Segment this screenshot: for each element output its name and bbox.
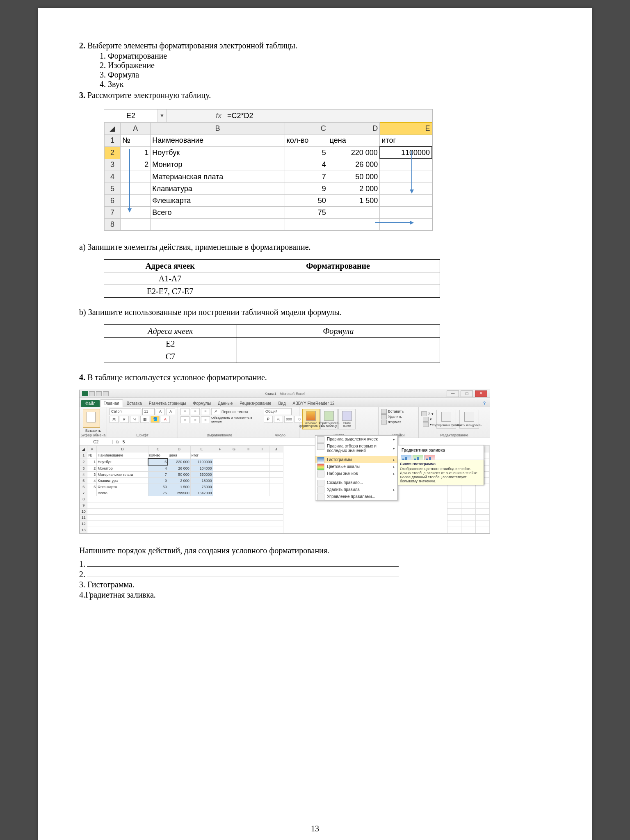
c2-C3: 4	[148, 465, 168, 472]
font-color-button[interactable]: A	[161, 416, 170, 423]
q2-option-1: Форматирование	[108, 51, 551, 61]
top-bottom-rules-icon	[317, 443, 324, 450]
delete-icon	[381, 414, 387, 419]
fill-color-button[interactable]: 🪣	[151, 416, 160, 423]
tab-insert[interactable]: Вставка	[123, 400, 145, 407]
cell-C5: 9	[285, 183, 328, 195]
wrap-text-button[interactable]: Перенос текста	[221, 410, 248, 414]
tab-data[interactable]: Данные	[215, 400, 236, 407]
decrease-font-icon[interactable]: A	[166, 408, 175, 415]
blank-line-2	[87, 577, 399, 577]
cell-C2: 5	[285, 146, 328, 159]
underline-button[interactable]: Ч	[130, 416, 139, 423]
align-center-icon[interactable]: ≡	[191, 416, 200, 423]
clear-button[interactable]: ▾	[423, 422, 432, 427]
insert-icon	[381, 409, 387, 414]
menu-clear-rules[interactable]: Удалить правила ▸	[315, 486, 397, 493]
font-name-select[interactable]: Calibri	[110, 408, 141, 415]
format-as-table-button[interactable]: Форматировать как таблицу	[320, 409, 338, 429]
autosum-button[interactable]: Σ ▾	[421, 411, 434, 416]
cell-C4: 7	[285, 171, 328, 183]
align-top-icon[interactable]: ≡	[180, 408, 189, 415]
row-header-4: 4	[105, 171, 121, 183]
menu-top-bottom-rules[interactable]: Правила отбора первых и последних значен…	[315, 443, 397, 454]
menu-data-bars[interactable]: Гистограммы ▸	[315, 456, 397, 463]
cell-A3: 2	[121, 159, 151, 171]
conditional-formatting-button[interactable]: Условное форматирование	[302, 409, 320, 429]
cell-D6: 1 500	[328, 195, 380, 207]
orientation-icon[interactable]: ↗	[211, 408, 220, 415]
cell-B8	[151, 219, 285, 231]
name-box-2: C2	[80, 440, 113, 444]
menu-separator	[315, 455, 397, 455]
col-header-D: D	[328, 123, 380, 135]
tab-file[interactable]: Файл	[81, 400, 100, 407]
insert-cells-button[interactable]: Вставить	[381, 409, 416, 414]
c2-E6: 75000	[190, 484, 213, 490]
rh-1: 1	[80, 452, 87, 459]
maximize-button[interactable]: ▢	[461, 390, 473, 397]
tab-review[interactable]: Рецензирование	[236, 400, 274, 407]
row-header-3: 3	[105, 159, 121, 171]
close-button[interactable]: ✕	[475, 390, 487, 397]
sort-filter-button[interactable]: Сортировка и фильтр	[436, 410, 456, 429]
c2-B7: Всего	[97, 490, 148, 496]
italic-button[interactable]: К	[120, 416, 129, 423]
font-size-select[interactable]: 11	[142, 408, 155, 415]
cell-styles-icon	[342, 411, 352, 421]
border-button[interactable]: ▦	[140, 416, 149, 423]
menu-color-scales[interactable]: Цветовые шкалы ▸	[315, 463, 397, 470]
align-right-icon[interactable]: ≡	[201, 416, 210, 423]
paste-button[interactable]	[83, 409, 100, 428]
table-b-cell-1-2	[237, 338, 440, 350]
question-3: 3. Рассмотрите электронную таблицу.	[79, 91, 551, 100]
bold-button[interactable]: Ж	[110, 416, 119, 423]
format-cells-button[interactable]: Формат	[381, 420, 416, 425]
tab-abbyy[interactable]: ABBYY FineReader 12	[290, 400, 338, 407]
c2-A7	[87, 490, 97, 496]
c2-A4: 3	[87, 472, 97, 478]
ch-G: G	[227, 446, 241, 452]
title-bar: Книга1 - Microsoft Excel — ▢ ✕	[80, 390, 490, 398]
tab-page-layout[interactable]: Разметка страницы	[146, 400, 189, 407]
number-format-select[interactable]: Общий	[264, 408, 292, 415]
tab-view[interactable]: Вид	[275, 400, 289, 407]
find-select-button[interactable]: Найти и выделить	[459, 410, 479, 429]
cell-styles-button[interactable]: Стили ячеек	[338, 409, 356, 429]
name-box: E2	[104, 110, 158, 122]
align-left-icon[interactable]: ≡	[180, 416, 189, 423]
menu-manage-rules[interactable]: Управление правилами...	[315, 493, 397, 500]
increase-font-icon[interactable]: A	[156, 408, 165, 415]
delete-cells-button[interactable]: Удалить	[381, 414, 416, 419]
cell-E6	[380, 195, 432, 207]
highlight-rules-icon	[317, 436, 324, 443]
row-header-6: 6	[105, 195, 121, 207]
question-2: 2. Выберите элементы форматирования элек…	[79, 41, 551, 50]
spreadsheet-table: ◢ A B C D E 1 № Наименование кол-во цена…	[104, 122, 432, 231]
ribbon-group-editing: Σ ▾ ▾ ▾ Сортировка и фильтр Найти и выде…	[419, 407, 490, 438]
comma-icon[interactable]: 000	[284, 416, 293, 423]
fill-button[interactable]: ▾	[423, 417, 432, 422]
tab-formulas[interactable]: Формулы	[190, 400, 215, 407]
align-bottom-icon[interactable]: ≡	[201, 408, 210, 415]
help-icon[interactable]: ?	[481, 400, 488, 407]
answer-3: 3. Гистограмма.	[79, 580, 551, 589]
cell-E1: итог	[380, 135, 432, 147]
align-middle-icon[interactable]: ≡	[191, 408, 200, 415]
ribbon-group-styles: Условное форматирование Форматировать ка…	[299, 407, 379, 438]
minimize-button[interactable]: —	[447, 390, 459, 397]
menu-new-rule[interactable]: Создать правило...	[315, 479, 397, 486]
merge-center-button[interactable]: Объединить и поместить в центре	[211, 416, 258, 423]
currency-icon[interactable]: ₽	[264, 416, 273, 423]
ch-D: D	[168, 446, 190, 452]
menu-icon-sets[interactable]: Наборы значков ▸	[315, 470, 397, 477]
percent-icon[interactable]: %	[274, 416, 283, 423]
q2-options: Форматирование Изображение Формула Звук	[96, 51, 551, 89]
q3-text: Рассмотрите электронную таблицу.	[87, 91, 211, 100]
number-group-title: Число	[261, 433, 299, 437]
row-header-1: 1	[105, 135, 121, 147]
chevron-right-icon: ▸	[393, 465, 395, 469]
menu-highlight-rules[interactable]: Правила выделения ячеек ▸	[315, 436, 397, 443]
ribbon-group-cells: Вставить Удалить Формат Ячейки	[379, 407, 419, 438]
tab-home[interactable]: Главная	[100, 399, 123, 407]
